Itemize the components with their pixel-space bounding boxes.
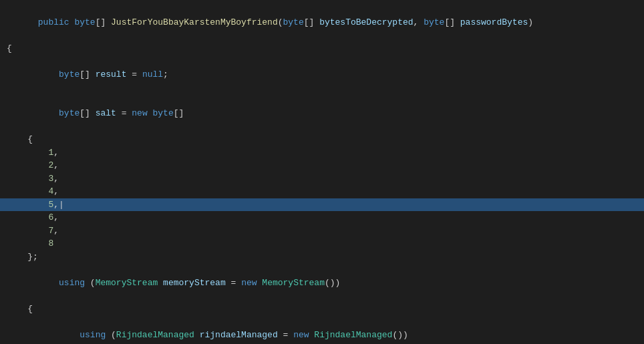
code-editor: public byte[] JustForYouBbayKarstenMyBoy…	[0, 0, 644, 344]
code-line-1: public byte[] JustForYouBbayKarstenMyBoy…	[0, 3, 644, 42]
code-line-7: 2,	[0, 159, 644, 172]
code-line-11: 6,	[0, 211, 644, 224]
code-line-8: 3,	[0, 172, 644, 186]
code-line-15: using (MemoryStream memoryStream = new M…	[0, 263, 644, 303]
code-line-10: 5,|	[0, 198, 644, 212]
code-line-9: 4,	[0, 185, 644, 198]
code-line-17: using (RijndaelManaged rijndaelManaged =…	[0, 315, 644, 344]
code-line-16: {	[0, 303, 644, 316]
code-line-2: {	[0, 42, 644, 55]
code-line-4: byte[] salt = new byte[]	[0, 94, 644, 134]
code-line-13: 8	[0, 237, 644, 250]
code-line-12: 7,	[0, 224, 644, 238]
code-line-5: {	[0, 133, 644, 146]
code-line-3: byte[] result = null;	[0, 55, 644, 94]
code-line-14: };	[0, 250, 644, 264]
code-line-6: 1,	[0, 146, 644, 160]
